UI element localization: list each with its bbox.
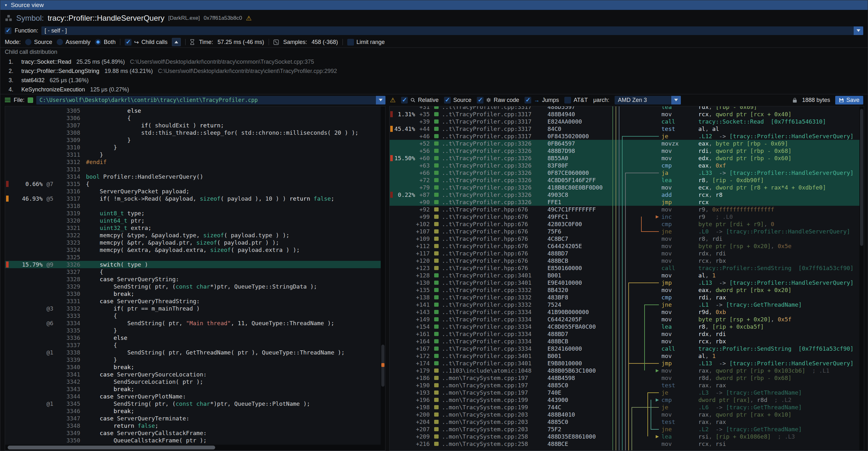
asm-row[interactable]: +130..t\TracyProfiler.cpp:3401E9E4010000… [390,279,859,286]
line-number[interactable]: 3348 [62,422,80,429]
asm-source-location[interactable]: ..mon\TracySystem.cpp:199 [442,396,548,403]
source-line[interactable]: 3314bool Profiler::HandleServerQuery() [5,173,381,180]
jumps-checkbox[interactable]: → Jumps [525,97,559,103]
asm-row[interactable]: +120..t\TracyProfiler.hpp:676488BCBmovrc… [390,257,859,264]
line-number[interactable]: 3339 [62,356,80,363]
asm-row[interactable]: +167..t\TracyProfiler.cpp:3334E824160000… [390,345,859,352]
asm-source-location[interactable]: ..mon\TracySystem.cpp:197 [442,374,548,382]
line-number[interactable]: 3327 [62,268,80,275]
asm-row[interactable]: +207..mon\TracySystem.cpp:20375F2jne.L2 … [390,425,859,433]
asm-source-location[interactable]: ..t\TracyProfiler.hpp:676 [442,242,548,250]
child-call-entry[interactable]: 4.KeSynchronizeExecution125 μs (0.27%) [9,85,863,94]
chevron-down-icon[interactable] [671,96,681,104]
line-number[interactable]: 3340 [62,363,80,371]
source-vertical-scrollbar[interactable] [381,107,385,450]
asm-source-location[interactable]: ..1103\include\atomic:1048 [442,367,548,374]
line-number[interactable]: 3338 [62,349,80,356]
line-number[interactable]: 3308 [62,129,80,136]
mode-radio-assembly[interactable]: Assembly [57,39,90,46]
line-number[interactable]: 3309 [62,136,80,144]
uarch-combo[interactable]: AMD Zen 3 [615,96,681,104]
asm-row[interactable]: 45.41%+44..t\TracyProfiler.cpp:331784C0t… [390,125,859,132]
line-number[interactable]: 3350 [62,437,80,444]
line-number[interactable]: 3319 [62,210,80,217]
asm-source-location[interactable]: ..t\TracyProfiler.cpp:3334 [442,338,548,345]
source-line[interactable]: 3318 [5,202,381,210]
line-number[interactable]: 3312 [62,158,80,166]
collapse-arrow-icon[interactable]: ▼ [4,3,8,7]
asm-row[interactable]: +179..1103\include\atomic:1048488B05B63C… [390,367,859,374]
line-number[interactable]: 3315 [62,180,80,188]
source-line[interactable]: 46.93%@53317 if( !m_sock->Read( &payload… [5,195,381,202]
line-number[interactable]: 3333 [62,312,80,320]
asm-row[interactable]: +193..mon\TracySystem.cpp:197740Eje.L3 -… [390,389,859,396]
source-line[interactable]: 3350 QueueCallstackFrame( ptr ); [5,437,381,444]
asm-source-location[interactable]: ..t\TracyProfiler.hpp:676 [442,228,548,235]
asm-source-location[interactable]: ..t\TracyProfiler.hpp:676 [442,250,548,257]
source-checkbox[interactable]: Source [444,97,471,103]
source-line[interactable]: 3339 } [5,356,381,363]
source-line[interactable]: 3343 break; [5,385,381,393]
line-number[interactable]: 3323 [62,239,80,246]
source-line[interactable]: 3324 memcpy( &extra, &payload.extra, siz… [5,246,381,253]
line-number[interactable]: 3324 [62,246,80,253]
source-line[interactable]: 3331 case ServerQueryThreadString: [5,298,381,305]
asm-source-location[interactable]: ..t\TracyProfiler.cpp:3317 [442,125,548,132]
child-call-entry[interactable]: 2.tracy::Profiler::SendLongString19.88 m… [9,66,863,76]
asm-row[interactable]: +72..t\TracyProfiler.cpp:33264C8D05F146F… [390,176,859,184]
asm-source-location[interactable]: ..mon\TracySystem.cpp:197 [442,389,548,396]
source-line[interactable]: 3316 ServerQueryPacket payload; [5,188,381,195]
asm-source-location[interactable]: ..t\TracyProfiler.hpp:676 [442,220,548,228]
mode-radio-source[interactable]: Source [25,39,52,46]
asm-row[interactable]: +186..mon\TracySystem.cpp:197448B4598mov… [390,374,859,382]
line-number[interactable]: 3335 [62,327,80,334]
asm-row[interactable]: 0.22%+87..t\TracyProfiler.cpp:33264903C8… [390,191,859,199]
jump-to-entry-button[interactable] [172,38,181,46]
line-number[interactable]: 3349 [62,429,80,437]
asm-source-location[interactable]: ..t\TracyProfiler.cpp:3332 [442,294,548,301]
asm-source-location[interactable]: ..t\TracyProfiler.cpp:3317 [442,106,548,111]
asm-row[interactable]: +154..t\TracyProfiler.cpp:33344C8D055FBA… [390,323,859,330]
asm-source-location[interactable]: ..t\TracyProfiler.cpp:3326 [442,184,548,191]
line-number[interactable]: 3341 [62,371,80,378]
asm-source-location[interactable]: ..mon\TracySystem.cpp:258 [442,440,548,448]
asm-source-location[interactable]: ..t\TracyProfiler.cpp:3334 [442,315,548,323]
line-number[interactable]: 3306 [62,114,80,122]
source-line[interactable]: 3307 if( shouldExit ) return; [5,122,381,129]
asm-source-location[interactable]: ..mon\TracySystem.cpp:258 [442,433,548,440]
source-line[interactable]: 3305 else [5,107,381,114]
source-line[interactable]: 3349 case ServerQueryCallstackFrame: [5,429,381,437]
asm-row[interactable]: +174..t\TracyProfiler.cpp:3401E9B8010000… [390,360,859,367]
asm-source-location[interactable]: ..t\TracyProfiler.cpp:3334 [442,323,548,330]
line-number[interactable]: 3314 [62,173,80,180]
asm-source-location[interactable]: ..t\TracyProfiler.hpp:676 [442,206,548,213]
child-call-entry[interactable]: 3.stat64i32625 μs (1.36%) [9,76,863,85]
asm-row[interactable]: +31..t\TracyProfiler.cpp:3317488D5597lea… [390,106,859,111]
asm-source-location[interactable]: ..t\TracyProfiler.cpp:3326 [442,154,548,162]
asm-source-location[interactable]: ..t\TracyProfiler.cpp:3317 [442,118,548,125]
line-number[interactable]: 3310 [62,144,80,151]
asm-row[interactable]: +135..t\TracyProfiler.cpp:33328B4320move… [390,286,859,294]
source-line[interactable]: 3346 break; [5,408,381,415]
line-number[interactable]: 3329 [62,283,80,290]
scrollbar-handle[interactable] [860,109,863,246]
asm-row[interactable]: +141..t\TracyProfiler.cpp:33327524jne.L1… [390,301,859,308]
line-number[interactable]: 3334 [62,320,80,327]
line-number[interactable]: 3325 [62,253,80,261]
asm-source-location[interactable]: ..t\TracyProfiler.cpp:3401 [442,360,548,367]
line-number[interactable]: 3347 [62,415,80,422]
raw-code-checkbox[interactable]: Raw code [477,97,519,103]
source-line[interactable]: 3313 [5,166,381,173]
source-line[interactable]: 3336 else [5,334,381,341]
asm-row[interactable]: +196..mon\TracySystem.cpp:199443900cmpdw… [390,396,859,403]
asm-row[interactable]: +172..t\TracyProfiler.cpp:3401B001moval,… [390,352,859,360]
asm-row[interactable]: +200..mon\TracySystem.cpp:203488B4010mov… [390,411,859,418]
asm-row[interactable]: 1.31%+35..t\TracyProfiler.cpp:3317488B49… [390,111,859,118]
source-line[interactable]: 3308 std::this_thread::sleep_for( std::c… [5,129,381,136]
line-number[interactable]: 3337 [62,341,80,349]
asm-row[interactable]: +138..t\TracyProfiler.cpp:3332483BF8cmpr… [390,294,859,301]
line-number[interactable]: 3318 [62,202,80,210]
asm-source-location[interactable]: ..mon\TracySystem.cpp:203 [442,418,548,425]
asm-source-location[interactable]: ..t\TracyProfiler.cpp:3401 [442,272,548,279]
asm-source-location[interactable]: ..t\TracyProfiler.cpp:3401 [442,279,548,286]
